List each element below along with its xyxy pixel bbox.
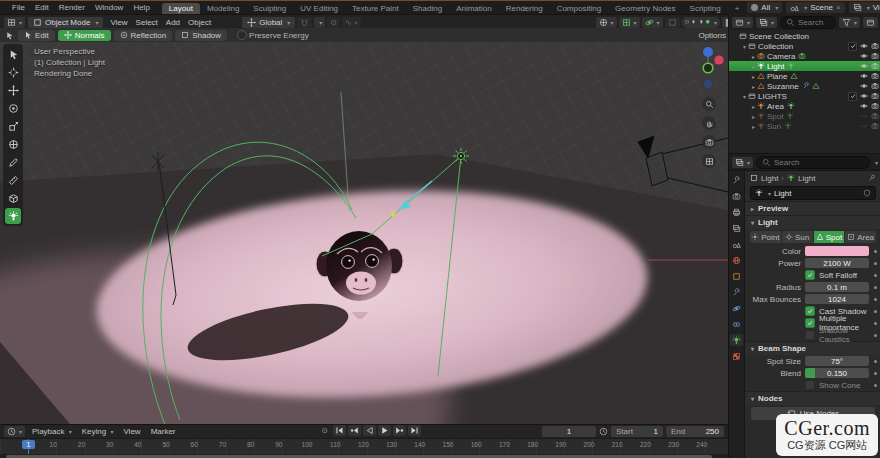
menu-edit[interactable]: Edit: [30, 3, 54, 12]
show-cone-checkbox[interactable]: Show Cone: [805, 380, 869, 390]
proportional-falloff-dropdown[interactable]: ∿▾: [342, 17, 361, 28]
animate-property-dot[interactable]: [874, 250, 877, 253]
viewport-menu-select[interactable]: Select: [132, 18, 162, 27]
overlays-dropdown[interactable]: ▾: [619, 17, 640, 28]
properties-tab-output[interactable]: [730, 206, 743, 218]
tool-setting-edit[interactable]: Edit: [18, 30, 55, 41]
properties-tab-object[interactable]: [730, 270, 743, 282]
hide-toggle-eye-icon[interactable]: [860, 92, 868, 101]
viewport-scene[interactable]: [0, 42, 728, 424]
breadcrumb-object[interactable]: Light: [761, 174, 778, 183]
tool-rotate[interactable]: [5, 100, 21, 116]
panel-header-nodes[interactable]: ▾Nodes: [745, 391, 880, 405]
workspace-tab-compositing[interactable]: Compositing: [550, 3, 608, 14]
timeline-menu-marker[interactable]: Marker: [147, 427, 180, 436]
collection-checkbox[interactable]: [848, 42, 857, 51]
properties-tab-object-data[interactable]: [730, 334, 743, 346]
panel-header-light[interactable]: ▾Light: [745, 215, 880, 229]
breadcrumb-data[interactable]: Light: [798, 174, 815, 183]
timeline-scrollbar[interactable]: [0, 454, 728, 458]
radius-field[interactable]: 0.1 m: [805, 282, 869, 292]
render-toggle-camera-icon[interactable]: [871, 102, 879, 111]
scene-selector[interactable]: ▾ Scene ×: [786, 2, 844, 13]
viewlayer-selector[interactable]: ▾ ViewLayer: [849, 2, 880, 13]
render-toggle-camera-icon[interactable]: [871, 122, 879, 131]
playhead[interactable]: 1: [28, 439, 29, 454]
datablock-name-field[interactable]: ▾Light: [750, 186, 876, 200]
tool-cursor[interactable]: [5, 64, 21, 80]
viewport-menu-view[interactable]: View: [106, 18, 131, 27]
properties-tab-physics[interactable]: [730, 302, 743, 314]
outliner-row-area[interactable]: ▸ Area: [729, 101, 880, 111]
properties-tab-world[interactable]: [730, 254, 743, 266]
preserve-energy-checkbox[interactable]: Preserve Energy: [237, 30, 309, 40]
render-toggle-camera-icon[interactable]: [871, 62, 879, 71]
timeline-menu-playback[interactable]: Playback ▾: [28, 427, 76, 436]
outliner-row-sun[interactable]: ▸ Sun: [729, 121, 880, 131]
timeline-ruler[interactable]: 1020304050607080901001101201301401501601…: [0, 438, 728, 454]
light-type-point[interactable]: Point: [750, 231, 781, 243]
workspace-tab-shading[interactable]: Shading: [406, 3, 449, 14]
menu-file[interactable]: File: [7, 3, 30, 12]
new-collection-button[interactable]: [863, 17, 878, 28]
axis-z-neg[interactable]: [704, 80, 712, 88]
jump-to-end-button[interactable]: [408, 425, 421, 436]
shadow-caustics-checkbox[interactable]: Shadow Caustics: [805, 326, 869, 344]
expander-icon[interactable]: ▸: [750, 63, 757, 70]
collection-checkbox[interactable]: [848, 92, 857, 101]
workspace-tab-rendering[interactable]: Rendering: [499, 3, 550, 14]
properties-tab-constraints[interactable]: [730, 318, 743, 330]
tool-add-cube[interactable]: [5, 190, 21, 206]
tool-measure[interactable]: [5, 172, 21, 188]
navigation-gizmo[interactable]: [694, 44, 724, 92]
light-type-spot[interactable]: Spot: [814, 231, 845, 243]
editor-type-dropdown[interactable]: ▾: [4, 17, 25, 28]
frame-clock-icon[interactable]: [599, 427, 608, 436]
workspace-tab-sculpting[interactable]: Sculpting: [246, 3, 293, 14]
axis-x[interactable]: [714, 55, 723, 64]
tool-setting-shadow[interactable]: Shadow: [175, 30, 227, 41]
expander-icon[interactable]: ▸: [750, 53, 757, 60]
prev-keyframe-button[interactable]: [348, 425, 361, 436]
tool-move[interactable]: [5, 82, 21, 98]
expander-icon[interactable]: ▸: [750, 113, 757, 120]
mode-dropdown[interactable]: Object Mode▾: [28, 17, 103, 28]
hide-toggle-eye-icon[interactable]: [860, 62, 868, 71]
outliner-row-lights[interactable]: ▾ LIGHTS: [729, 91, 880, 101]
properties-tab-scene[interactable]: [730, 238, 743, 250]
workspace-tab-animation[interactable]: Animation: [449, 3, 499, 14]
axis-y[interactable]: [703, 63, 713, 73]
viewport-3d[interactable]: User Perspective (1) Collection | Light …: [0, 42, 728, 424]
outliner-row-suzanne[interactable]: ▸ Suzanne: [729, 81, 880, 91]
outliner-row-scene-collection[interactable]: Scene Collection: [729, 31, 880, 41]
expander-icon[interactable]: ▾: [741, 93, 748, 100]
tool-spot-light[interactable]: [5, 208, 21, 224]
workspace-tab-geometry-nodes[interactable]: Geometry Nodes: [608, 3, 682, 14]
outliner-row-plane[interactable]: ▸ Plane: [729, 71, 880, 81]
outliner-filter-dropdown[interactable]: ▾: [839, 17, 860, 28]
hide-toggle-eye-icon[interactable]: [860, 72, 868, 81]
tool-transform[interactable]: [5, 136, 21, 152]
render-toggle-camera-icon[interactable]: [871, 52, 879, 61]
proportional-editing-toggle[interactable]: ⊙: [327, 17, 340, 28]
menu-help[interactable]: Help: [128, 3, 154, 12]
light-type-sun[interactable]: Sun: [782, 231, 813, 243]
tool-annotate[interactable]: [5, 154, 21, 170]
outliner-row-spot[interactable]: ▸ Spot: [729, 111, 880, 121]
render-toggle-camera-icon[interactable]: [871, 92, 879, 101]
shading-material[interactable]: ◑: [698, 18, 703, 26]
tool-select-box[interactable]: [5, 46, 21, 62]
workspace-tab-scripting[interactable]: Scripting: [683, 3, 728, 14]
animate-property-dot[interactable]: [874, 298, 877, 301]
light-type-area[interactable]: Area: [845, 231, 876, 243]
hide-toggle-eye-icon[interactable]: [860, 102, 868, 111]
axis-z[interactable]: [703, 47, 713, 57]
scene-filter-dropdown[interactable]: All▾: [747, 2, 782, 13]
workspace-tab-texture-paint[interactable]: Texture Paint: [345, 3, 406, 14]
expander-icon[interactable]: ▸: [750, 73, 757, 80]
timeline-editor-dropdown[interactable]: ▾: [4, 426, 25, 437]
shading-rendered[interactable]: ●: [705, 18, 710, 26]
timeline-menu-view[interactable]: View: [119, 427, 144, 436]
outliner-editor-dropdown[interactable]: ▾: [732, 17, 753, 28]
frame-start-field[interactable]: Start1: [611, 426, 663, 437]
